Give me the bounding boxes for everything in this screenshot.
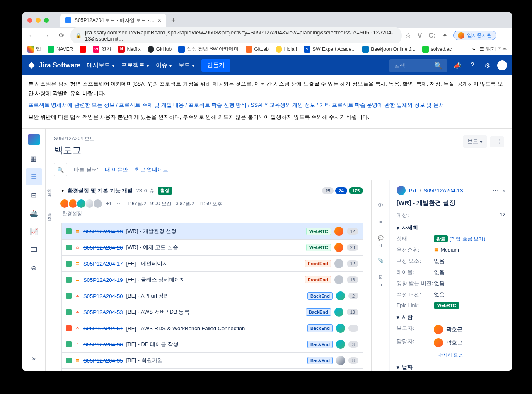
filter-search-button[interactable]: 🔍 — [54, 163, 67, 176]
bookmark-watcha[interactable]: W왓챠 — [93, 46, 111, 53]
settings-icon[interactable]: ⚙ — [482, 60, 492, 70]
sidebar-components-icon[interactable]: ⊕ — [26, 259, 42, 276]
epic-link[interactable]: WebRTC — [434, 302, 459, 309]
issue-key-link[interactable]: S05P12A204-50 — [83, 293, 123, 299]
project-icon[interactable] — [28, 134, 40, 145]
detail-tab-attachments[interactable]: 📎 — [377, 256, 385, 264]
issue-key-link[interactable]: S05P12A204-54 — [83, 325, 123, 332]
back-button[interactable]: ← — [26, 30, 37, 41]
detail-tab-info[interactable]: ⓘ — [377, 201, 385, 209]
sidebar-expand-icon[interactable]: » — [26, 350, 42, 367]
nav-issues[interactable]: 이슈▾ — [156, 62, 172, 69]
issue-row[interactable]: ^S05P12A204-30[BE] - DB 테이블 작성BackEnd3 — [61, 336, 363, 353]
reload-button[interactable]: ⟳ — [56, 30, 67, 41]
section-people[interactable]: ▾사람 — [397, 313, 505, 321]
issue-row[interactable]: ≏S05P12A204-53[BE] - AWS 서버 / DB 등록BackE… — [61, 304, 363, 320]
board-dropdown-button[interactable]: 보드▾ — [463, 135, 487, 148]
detail-project-link[interactable]: PiT — [409, 187, 417, 194]
workflow-link[interactable]: (작업 흐름 보기) — [449, 236, 485, 242]
issue-row[interactable]: ≏S05P12A204-20[WR] - 예제 코드 실습WebRTC28 — [61, 239, 363, 256]
bookmark-ssafy[interactable]: 삼성 청년 SW 아카데미 — [178, 46, 239, 53]
assignee-avatar[interactable] — [334, 308, 343, 317]
assignee-avatar[interactable] — [336, 356, 345, 365]
issue-row[interactable]: 〓S05P12A204-17[FE] - 메인페이지FrontEnd12 — [61, 255, 363, 272]
detail-close-icon[interactable]: × — [502, 187, 505, 194]
issue-key-link[interactable]: S05P12A204-35 — [83, 358, 123, 364]
nav-dashboards[interactable]: 대시보드▾ — [87, 62, 115, 69]
issue-key-link[interactable]: S05P12A204-53 — [83, 309, 123, 315]
nav-boards[interactable]: 보드▾ — [179, 62, 195, 69]
detail-key-link[interactable]: S05P12A204-13 — [423, 187, 463, 194]
assignee-avatar[interactable] — [336, 324, 345, 333]
issue-key-link[interactable]: S05P12A204-13 — [83, 228, 123, 235]
issue-row[interactable]: 〓S05P12A204-35[BE] - 회원가입BackEnd8 — [61, 352, 363, 369]
search-input[interactable] — [394, 62, 431, 69]
maximize-window-button[interactable] — [44, 18, 49, 23]
nav-projects[interactable]: 프로젝트▾ — [121, 62, 149, 69]
assignee-avatar[interactable] — [334, 227, 343, 236]
sprint-collapse-icon[interactable]: ▾ — [61, 187, 64, 194]
assignee-avatar[interactable] — [334, 275, 343, 284]
filter-my-issues[interactable]: 내 이슈만 — [105, 166, 128, 173]
bookmark-netflix[interactable]: NNetflix — [118, 46, 140, 53]
detail-tab-worklog[interactable]: ☑5 — [377, 273, 385, 287]
issue-row[interactable]: ≏S05P12A204-54[BE] - AWS RDS & WorkBench… — [61, 320, 363, 336]
issue-row[interactable]: ^S05P12A204-41[BE] - JWT Token 기능BackEnd… — [61, 368, 363, 371]
url-input[interactable]: 🔒 jira.ssafy.com/secure/RapidBoard.jspa?… — [70, 27, 402, 44]
fullscreen-button[interactable]: ⛶ — [490, 136, 504, 147]
detail-tab-description[interactable]: ≡ — [377, 217, 385, 226]
extensions-icon[interactable]: ✦ — [441, 32, 448, 39]
jira-logo[interactable]: Jira Software — [27, 61, 80, 70]
browser-tab[interactable]: S05P12A204 보드 - 애자일 보드 - ... × — [60, 14, 166, 27]
sidebar-sprints-icon[interactable]: ⊞ — [26, 187, 42, 203]
issue-row[interactable]: ≏S05P12A204-50[BE] - API url 정리BackEnd2 — [61, 288, 363, 304]
vert-tab-version[interactable]: 버전 — [46, 208, 53, 220]
bookmark-solved[interactable]: solved.ac — [422, 46, 452, 53]
ext-v-icon[interactable]: V — [416, 32, 423, 39]
sidebar-releases-icon[interactable]: 🚢 — [26, 205, 42, 221]
bookmark-hola[interactable]: Hola!! — [276, 46, 297, 53]
new-tab-button[interactable]: + — [171, 16, 176, 25]
close-window-button[interactable] — [27, 18, 32, 23]
sidebar-board-icon[interactable]: ▦ — [26, 150, 42, 167]
more-assignees[interactable]: +1 — [106, 201, 112, 207]
issue-key-link[interactable]: S05P12A204-17 — [83, 261, 123, 267]
bookmark-apps[interactable]: 앱 — [27, 46, 41, 53]
assignee-avatar[interactable] — [334, 259, 343, 268]
issue-row[interactable]: 〓S05P12A204-19[FE] - 클래스 상세페이지FrontEnd16 — [61, 271, 363, 288]
issue-row[interactable]: 〓S05P12A204-13[WR] - 개발환경 설정WebRTC12 — [61, 223, 363, 240]
detail-more-icon[interactable]: ⋯ — [493, 187, 498, 194]
section-details[interactable]: ▾자세히 — [397, 224, 505, 231]
bookmark-baekjoon[interactable]: Baekjoon Online J... — [362, 46, 415, 53]
assign-to-me-link[interactable]: 나에게 할당 — [437, 351, 505, 358]
minimize-window-button[interactable] — [36, 18, 41, 23]
issue-key-link[interactable]: S05P12A204-19 — [83, 277, 123, 283]
vert-tab-epic[interactable]: 에픽 — [46, 184, 53, 196]
sidebar-reports-icon[interactable]: 📈 — [26, 223, 42, 240]
sprint-avatars[interactable] — [61, 199, 103, 209]
notifications-icon[interactable]: 📣 — [452, 60, 462, 70]
profile-paused-button[interactable]: 일시중지됨 — [453, 31, 496, 40]
filter-recent-update[interactable]: 최근 업데이트 — [135, 166, 169, 173]
reading-list-button[interactable]: ☰읽기 목록 — [479, 46, 507, 53]
ext-c-icon[interactable]: C: — [428, 32, 436, 39]
bookmark-naver[interactable]: NAVER — [48, 46, 73, 53]
sidebar-backlog-icon[interactable]: ☰ — [26, 168, 42, 185]
issue-key-link[interactable]: S05P12A204-20 — [83, 245, 123, 251]
bookmark-github[interactable]: GitHub — [148, 46, 172, 53]
menu-icon[interactable]: ⋮ — [501, 32, 509, 39]
assignee-avatar[interactable] — [334, 243, 343, 252]
close-tab-button[interactable]: × — [158, 17, 161, 24]
sidebar-issues-icon[interactable]: 🗔 — [26, 241, 42, 258]
assignee-avatar[interactable] — [336, 340, 345, 349]
issue-key-link[interactable]: S05P12A204-30 — [83, 341, 123, 348]
search-box[interactable]: 🔍 — [389, 59, 447, 72]
star-icon[interactable]: ☆ — [405, 31, 411, 39]
section-dates[interactable]: ▾날짜 — [397, 363, 505, 371]
bookmark-swea[interactable]: SSW Expert Acade... — [304, 46, 355, 53]
user-avatar[interactable] — [497, 60, 507, 70]
bookmark-youtube[interactable] — [80, 46, 86, 53]
bookmarks-overflow[interactable]: » — [472, 46, 475, 52]
help-icon[interactable]: ? — [467, 60, 477, 70]
sprint-menu[interactable]: ⋯ — [115, 201, 120, 207]
